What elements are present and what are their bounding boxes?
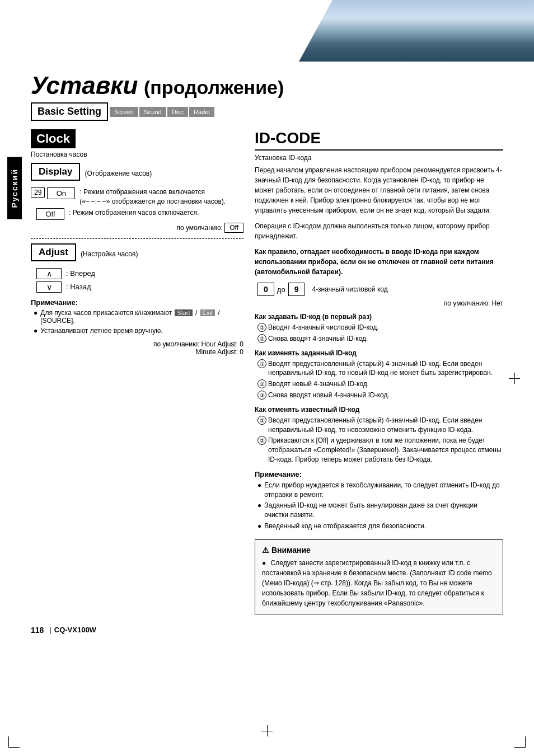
id-s3-item2: ② Прикасаются к [Off] и удерживают в том… <box>255 436 503 464</box>
down-arrow-box: ∨ <box>36 281 62 293</box>
on-option-box: On <box>47 187 75 199</box>
id-body1: Перед началом управления настоящим прибо… <box>255 165 503 215</box>
id-s1-item1: ① Вводят 4-значный числовой ID-код. <box>255 323 503 332</box>
title-sub: (продолжение) <box>144 77 284 98</box>
note2-text: Устанавливают летнее время вручную. <box>40 327 162 335</box>
id-body2: Операция с ID-кодом должна выполняться т… <box>255 221 503 241</box>
down-arrow-row: ∨ : Назад <box>31 281 243 293</box>
range-desc: 4-значный числовой код <box>312 285 387 293</box>
header-area <box>0 0 534 62</box>
clock-display-default: по умолчанию: Off <box>31 223 243 233</box>
crosshair-right <box>509 373 520 384</box>
warning-text: ● Следует занести зарегистрированный ID-… <box>262 558 496 608</box>
id-subtitle: Установка ID-кода <box>255 154 503 162</box>
range-to-text: до <box>277 285 285 294</box>
display-note: (Отображение часов) <box>85 170 152 177</box>
clock-subtitle: Постановка часов <box>31 151 243 158</box>
warning-title: ⚠ Внимание <box>262 546 496 555</box>
up-arrow-row: ∧ : Вперед <box>31 268 243 279</box>
note-item-1: ● Для пуска часов прикасаются к/нажимают… <box>31 309 243 325</box>
left-column: Русский Clock Постановка часов Display (… <box>31 129 243 614</box>
on-option-text: : Режим отображения часов включается («–… <box>79 187 226 206</box>
range-from: 0 <box>257 283 274 296</box>
main-content: Русский Clock Постановка часов Display (… <box>31 129 503 614</box>
range-row: 0 до 9 4-значный числовой код <box>255 283 503 296</box>
id-code-heading: ID-CODE <box>255 129 503 151</box>
clock-heading: Clock <box>31 129 76 148</box>
num-badge-29: 29 <box>31 187 45 198</box>
right-column: ID-CODE Установка ID-кода Перед началом … <box>255 129 503 614</box>
page-title-area: Уставки (продолжение) <box>0 62 534 102</box>
id-section3-title: Как отменять известный ID-код <box>255 406 503 414</box>
off-option-box: Off <box>36 208 64 220</box>
off-option-text: : Режим отображения часов отключается. <box>69 208 199 218</box>
id-notes-title: Примечание: <box>255 470 503 478</box>
range-end: 9 <box>288 283 305 296</box>
tab-radio[interactable]: Radio <box>189 107 214 117</box>
id-s2-item3: ③ Снова вводят новый 4-значный ID-код. <box>255 391 503 400</box>
start-tag: Start <box>175 309 192 316</box>
corner-mark-bl <box>8 736 20 748</box>
adjust-subheading: Adjust <box>31 243 76 261</box>
basic-setting-label: Basic Setting <box>31 102 108 121</box>
footer: 118 | CQ-VX100W <box>31 626 503 635</box>
adjust-defaults: по умолчанию: Hour Adjust: 0 Minute Adju… <box>31 340 243 356</box>
crosshair-bottom <box>261 725 273 736</box>
adjust-note: (Настройка часов) <box>81 250 138 258</box>
note-item-2: ● Устанавливают летнее время вручную. <box>31 327 243 335</box>
id-note-1: ● Если прибор нуждается в техобслуживани… <box>255 481 503 500</box>
dashed-divider <box>31 238 243 239</box>
id-bold-note: Как правило, отпадает необходимость в вв… <box>255 247 503 277</box>
up-arrow-label: : Вперед <box>66 269 95 278</box>
tab-sound[interactable]: Sound <box>139 107 166 117</box>
tab-screen[interactable]: Screen <box>110 107 138 117</box>
id-section2-title: Как изменять заданный ID-код <box>255 349 503 357</box>
up-arrow-box: ∧ <box>36 268 62 279</box>
page-number: 118 <box>31 626 44 635</box>
tab-disc[interactable]: Disc <box>167 107 188 117</box>
clock-notes: Примечание: ● Для пуска часов прикасаютс… <box>31 298 243 335</box>
id-s2-item2: ② Вводят новый 4-значный ID-код. <box>255 379 503 389</box>
model-name: CQ-VX100W <box>54 626 96 634</box>
id-section1-title: Как задавать ID-код (в первый раз) <box>255 313 503 321</box>
off-option-row: Off : Режим отображения часов отключаетс… <box>31 208 243 220</box>
exit-tag: Exit <box>200 309 215 316</box>
basic-setting-bar: Basic Setting Screen Sound Disc Radio <box>31 102 503 121</box>
warning-box: ⚠ Внимание ● Следует занести зарегистрир… <box>255 539 503 614</box>
header-landscape-image <box>299 0 534 62</box>
id-s3-item1: ① Вводят предустановленный (старый) 4-зн… <box>255 416 503 435</box>
corner-mark-br <box>514 736 526 748</box>
title-main: Уставки <box>31 72 138 99</box>
on-option-row: 29 On : Режим отображения часов включает… <box>31 187 243 206</box>
down-arrow-label: : Назад <box>66 283 91 291</box>
note1-prefix: Для пуска часов прикасаются к/нажимают <box>40 309 172 317</box>
id-s2-item1: ① Вводят предустановленный (старый) 4-зн… <box>255 359 503 378</box>
sidebar-language-label: Русский <box>7 157 22 219</box>
id-note-3: ● Введенный код не отображается для безо… <box>255 522 503 531</box>
notes-title: Примечание: <box>31 298 243 307</box>
id-s1-item2: ② Снова вводят 4-значный ID-код. <box>255 334 503 344</box>
display-subheading: Display <box>31 163 80 181</box>
id-default: по умолчанию: Нет <box>255 299 503 307</box>
id-note-2: ● Заданный ID-код не может быть аннулиро… <box>255 501 503 520</box>
